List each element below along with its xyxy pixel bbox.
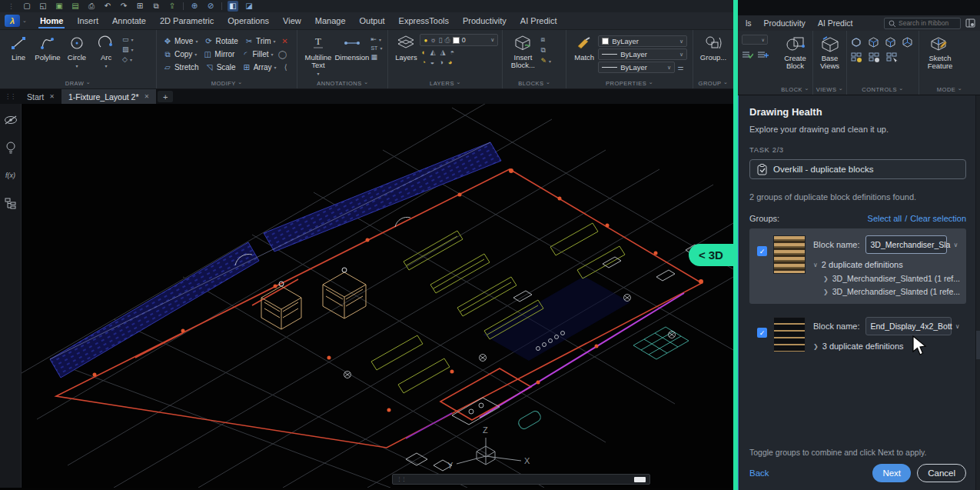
group-label-views[interactable]: VIEWS: [813, 86, 846, 95]
back-link[interactable]: Back: [749, 468, 769, 478]
group-checkbox[interactable]: ✓: [757, 246, 767, 256]
multiline-text-button[interactable]: T Multiline Text ▾: [301, 32, 334, 78]
view-cube-icon[interactable]: [885, 37, 896, 48]
drawing-health-icon[interactable]: [976, 331, 980, 359]
visual-style-icon[interactable]: ◧: [228, 1, 238, 12]
region-tool-icon[interactable]: ◇▾: [122, 55, 134, 63]
layer-tool-icon[interactable]: ◔: [421, 58, 425, 66]
layer-select[interactable]: ● ☼ ▯ ⎙ 0 ∨: [420, 34, 498, 46]
group-label-controls[interactable]: CONTROLS: [847, 86, 919, 95]
erase-icon[interactable]: ✕: [280, 37, 291, 45]
doc-tab-fixture-layout[interactable]: 1-Fixture_Layout 2* ✕: [61, 89, 156, 104]
views-globe-icon[interactable]: ⊘: [205, 1, 216, 12]
offset-icon[interactable]: ◯: [277, 50, 288, 58]
command-bar[interactable]: ⋮⋮: [392, 474, 650, 485]
duplicate-definitions-toggle[interactable]: ∨ 2 duplicate definitions: [813, 260, 960, 269]
copy-button[interactable]: ⧉Copy▾: [161, 48, 199, 60]
array-button[interactable]: ⊞Array▾: [240, 62, 279, 73]
tab-view[interactable]: View: [276, 12, 308, 29]
block-name-select[interactable]: 3D_Merchandiser_Sla ∨: [865, 235, 947, 254]
tab-manage[interactable]: Manage: [308, 12, 353, 29]
circle-button[interactable]: Circle ▾: [62, 32, 91, 70]
app-menu-chevron-icon[interactable]: ⌄: [22, 18, 27, 24]
clear-selection-link[interactable]: Clear selection: [910, 214, 966, 223]
tab-productivity[interactable]: Productivity: [758, 15, 812, 31]
duplicate-definition-item[interactable]: ❯ 3D_Merchandiser_Slanted1 (1 ref...: [823, 274, 960, 283]
toolbar-grip[interactable]: ⋮: [8, 2, 15, 10]
duplicate-group-card-2[interactable]: ✓ Block name: End_Display_4x2_Bott ∨ ❯: [749, 310, 966, 360]
linetype-select[interactable]: ByLayer ∨: [598, 48, 687, 60]
layers-panel-icon[interactable]: [976, 132, 980, 160]
duplicate-group-card-1[interactable]: ✓ Block name: 3D_Merchandiser_Sla ∨ ∨: [749, 228, 966, 304]
match-button[interactable]: Match: [570, 32, 598, 62]
duplicate-definition-item[interactable]: ❯ 3D_Merchandiser_Slanted (1 refe...: [823, 287, 960, 296]
block-editor-icon[interactable]: ⧈: [540, 35, 551, 44]
explore-balloon-icon[interactable]: [976, 274, 980, 302]
hide-objects-icon[interactable]: [4, 113, 18, 127]
group-label-block[interactable]: BLOCK: [778, 86, 812, 95]
insert-ref-icon[interactable]: ⊞: [135, 1, 145, 12]
layer-tool-icon[interactable]: ◐: [421, 48, 425, 56]
render-3d-icon[interactable]: ◪: [244, 1, 254, 12]
properties-panel-icon[interactable]: [976, 103, 980, 132]
grid-select-icon[interactable]: [886, 52, 899, 63]
leader-icon[interactable]: ⇤▾: [370, 35, 382, 43]
grid-light-on-icon[interactable]: [851, 52, 863, 63]
properties-settings-icon[interactable]: ⚌: [677, 64, 683, 72]
new-file-icon[interactable]: ▢: [22, 1, 32, 12]
create-block-button[interactable]: Create Block: [782, 33, 809, 70]
group-label-mode[interactable]: MODE: [919, 86, 980, 95]
stretch-button[interactable]: ▱Stretch: [161, 62, 201, 73]
color-select[interactable]: ByLayer ∨: [598, 35, 687, 47]
scale-button[interactable]: ◹Scale: [203, 62, 238, 73]
line-button[interactable]: Line: [4, 32, 33, 62]
arc-button[interactable]: Arc ▾: [91, 32, 121, 70]
group-label-groups[interactable]: GROUP: [693, 80, 733, 88]
tab-bar-grip[interactable]: ⋮⋮: [0, 93, 20, 100]
block-edit-icon[interactable]: ✎▾: [540, 57, 551, 65]
dimension-button[interactable]: Dimension: [334, 32, 369, 62]
attachments-panel-icon[interactable]: [976, 188, 980, 217]
fillet-button[interactable]: ◜Fillet▾: [238, 48, 275, 60]
layers-button[interactable]: Layers: [392, 32, 420, 62]
mirror-button[interactable]: ◫Mirror: [201, 48, 237, 60]
layer-check-icon[interactable]: [742, 49, 753, 59]
tab-insert[interactable]: Insert: [70, 12, 105, 29]
tab-annotate[interactable]: Annotate: [105, 12, 153, 29]
tab-output[interactable]: Output: [353, 12, 392, 29]
group-checkbox[interactable]: ✓: [757, 328, 767, 338]
print-icon[interactable]: ⎙: [86, 1, 97, 12]
save-icon[interactable]: ▣: [54, 1, 65, 12]
command-bar-grip[interactable]: ⋮⋮: [397, 476, 406, 482]
task-box[interactable]: Overkill - duplicate blocks: [749, 159, 966, 179]
close-icon[interactable]: ✕: [145, 93, 150, 100]
duplicate-definitions-toggle[interactable]: ❯ 3 duplicate definitions: [813, 342, 960, 351]
3d-toggle-button[interactable]: < 3D: [689, 244, 733, 266]
partial-dropdown[interactable]: ∨: [742, 35, 768, 45]
drawing-canvas[interactable]: ZXY ⋮⋮: [22, 104, 733, 488]
rectangle-tool-icon[interactable]: ▭▾: [122, 35, 134, 43]
layer-tool-icon[interactable]: ◓: [450, 48, 454, 56]
cancel-button[interactable]: Cancel: [917, 464, 966, 482]
open-folder-icon[interactable]: ◱: [38, 1, 48, 12]
group-label-draw[interactable]: DRAW: [0, 80, 156, 88]
light-source-icon[interactable]: [4, 141, 18, 155]
block-attach-icon[interactable]: ⧉: [540, 46, 551, 55]
group-label-layers[interactable]: LAYERS: [388, 80, 502, 88]
polyline-button[interactable]: Polyline: [33, 32, 62, 62]
group-button[interactable]: Group...: [697, 32, 729, 62]
base-views-button[interactable]: Base Views: [817, 33, 842, 70]
hatch-tool-icon[interactable]: ▨▾: [122, 45, 134, 53]
move-button[interactable]: ✥Move▾: [161, 35, 200, 47]
grid-light-off-icon[interactable]: [869, 52, 881, 63]
group-label-blocks[interactable]: BLOCKS: [503, 80, 566, 88]
close-icon[interactable]: ✕: [49, 93, 55, 100]
tab-operations[interactable]: Operations: [221, 12, 276, 29]
insert-block-button[interactable]: Insert Block...: [507, 32, 539, 69]
layer-add-icon[interactable]: [757, 49, 769, 59]
trim-button[interactable]: ✂Trim▾: [242, 35, 278, 47]
layer-tool-icon[interactable]: ◒: [430, 58, 434, 66]
layer-tool-icon[interactable]: ◭: [430, 48, 436, 56]
layer-tool-icon[interactable]: ◮: [440, 48, 446, 56]
structure-tree-icon[interactable]: [4, 196, 18, 210]
